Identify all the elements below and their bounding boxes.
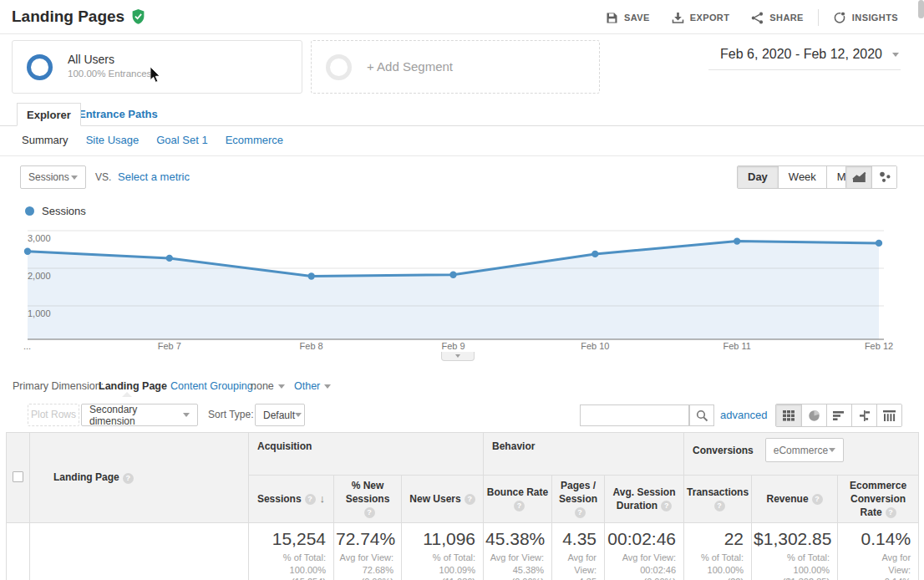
- chart-legend: Sessions: [25, 205, 86, 217]
- column-header-new-sessions[interactable]: % New Sessions?: [334, 476, 402, 523]
- other-dimension-dropdown[interactable]: Other: [294, 380, 331, 392]
- header-actions: SAVE EXPORT SHARE INSIGHTS: [595, 9, 909, 26]
- date-range-selector[interactable]: Feb 6, 2020 - Feb 12, 2020: [708, 43, 901, 70]
- vs-label: vs.: [95, 171, 111, 183]
- insights-button[interactable]: INSIGHTS: [822, 9, 909, 26]
- help-icon[interactable]: ?: [661, 501, 672, 511]
- data-point[interactable]: [876, 240, 882, 247]
- sort-desc-icon[interactable]: ↓: [320, 492, 326, 505]
- landing-page-column-header[interactable]: Landing Page?: [30, 433, 249, 523]
- verified-shield-icon: [131, 9, 145, 24]
- legend-label: Sessions: [42, 205, 86, 217]
- search-input[interactable]: [580, 404, 689, 426]
- granularity-week[interactable]: Week: [778, 166, 826, 188]
- actions-divider: [818, 9, 819, 26]
- column-header-ecommerce-rate[interactable]: Ecommerce Conversion Rate?: [838, 476, 919, 523]
- x-axis-label: ...: [23, 341, 48, 351]
- data-point[interactable]: [166, 255, 173, 262]
- primary-dimension-landing-page[interactable]: Landing Page: [99, 380, 167, 392]
- column-header-revenue[interactable]: Revenue?: [752, 476, 838, 523]
- column-header-sessions[interactable]: Sessions?↓: [249, 476, 334, 523]
- vertical-scrollbar[interactable]: [918, 0, 924, 18]
- total-bounce-rate: 45.38%Avg for View: 45.38% (0.00%): [484, 523, 552, 580]
- data-point[interactable]: [24, 248, 31, 255]
- help-icon[interactable]: ?: [575, 507, 586, 518]
- help-icon[interactable]: ?: [714, 501, 725, 511]
- help-icon[interactable]: ?: [465, 494, 475, 505]
- insights-label: INSIGHTS: [852, 13, 898, 23]
- comparison-view-button[interactable]: [851, 404, 876, 426]
- advanced-search-link[interactable]: advanced: [720, 409, 767, 421]
- share-label: SHARE: [769, 13, 804, 23]
- export-icon: [672, 12, 684, 24]
- total-revenue: $1,302.85% of Total: 100.00% ($1,302.85): [752, 523, 838, 580]
- x-axis-label: Feb 10: [561, 341, 628, 351]
- data-point[interactable]: [591, 251, 598, 257]
- subtab-goal-set-1[interactable]: Goal Set 1: [156, 134, 207, 146]
- help-icon[interactable]: ?: [305, 494, 316, 505]
- help-icon[interactable]: ?: [514, 501, 525, 511]
- help-icon[interactable]: ?: [812, 494, 823, 505]
- total-transactions: 22% of Total: 100.00% (22): [684, 523, 752, 580]
- column-header-new-users[interactable]: New Users?: [402, 476, 484, 523]
- save-button[interactable]: SAVE: [595, 9, 661, 26]
- total-new-sessions: 72.74%Avg for View: 72.68% (0.09%): [334, 523, 402, 580]
- add-segment-button[interactable]: + Add Segment: [311, 40, 600, 94]
- data-point[interactable]: [734, 237, 740, 244]
- date-range-text: Feb 6, 2020 - Feb 12, 2020: [720, 47, 882, 62]
- conversions-goal-dropdown[interactable]: eCommerce: [765, 438, 844, 462]
- subtab-site-usage[interactable]: Site Usage: [86, 134, 140, 146]
- help-icon[interactable]: ?: [364, 507, 375, 518]
- page-title-text: Landing Pages: [12, 8, 124, 26]
- chevron-down-icon: [455, 354, 460, 358]
- data-view-button[interactable]: [776, 404, 801, 426]
- data-point[interactable]: [308, 272, 315, 279]
- share-button[interactable]: SHARE: [740, 9, 815, 26]
- collapse-chart-handle[interactable]: [441, 352, 475, 361]
- percentage-view-button[interactable]: [801, 404, 826, 426]
- help-icon[interactable]: ?: [123, 473, 134, 484]
- chevron-down-icon: [278, 384, 285, 389]
- subtab-summary[interactable]: Summary: [22, 134, 69, 146]
- plot-rows-button[interactable]: Plot Rows: [28, 404, 79, 426]
- tab-explorer[interactable]: Explorer: [17, 103, 81, 126]
- select-metric-link[interactable]: Select a metric: [118, 170, 190, 183]
- total-session-duration: 00:02:46Avg for View: 00:02:46 (0.00%): [605, 523, 684, 580]
- x-axis-label: Feb 7: [136, 341, 203, 351]
- landing-page-header-label: Landing Page: [53, 471, 119, 483]
- secondary-dimension-dropdown[interactable]: Secondary dimension: [81, 404, 198, 426]
- sessions-timeseries-chart: ...Feb 7Feb 8Feb 9Feb 10Feb 11Feb 12 1,0…: [0, 219, 924, 363]
- column-header-bounce-rate[interactable]: Bounce Rate?: [484, 476, 552, 523]
- scatter-chart-view-button[interactable]: [871, 166, 896, 188]
- x-axis-label: Feb 9: [420, 341, 487, 351]
- subtabs-divider: [0, 155, 924, 156]
- tab-entrance-paths[interactable]: Entrance Paths: [79, 108, 158, 120]
- select-all-checkbox[interactable]: [13, 471, 23, 482]
- content-grouping-value-dropdown[interactable]: none: [251, 380, 285, 392]
- metric-dropdown-value: Sessions: [28, 171, 69, 183]
- column-header-transactions[interactable]: Transactions?: [684, 476, 752, 523]
- y-axis-tick-label: 1,000: [28, 308, 51, 318]
- chevron-down-icon: [71, 176, 78, 180]
- granularity-day[interactable]: Day: [738, 166, 778, 188]
- data-point[interactable]: [449, 272, 456, 278]
- search-button[interactable]: [689, 404, 714, 426]
- sort-type-dropdown[interactable]: Default: [255, 404, 305, 426]
- line-chart-view-button[interactable]: [846, 166, 871, 188]
- metric-dropdown[interactable]: Sessions: [20, 165, 86, 189]
- content-grouping-link[interactable]: Content Grouping:: [170, 380, 256, 392]
- column-header-pages-session[interactable]: Pages / Session?: [552, 476, 605, 523]
- performance-view-button[interactable]: [826, 404, 851, 426]
- export-button[interactable]: EXPORT: [661, 9, 741, 26]
- help-icon[interactable]: ?: [886, 507, 896, 518]
- total-pages-session: 4.35Avg for View: 4.35 (0.00%): [552, 523, 605, 580]
- total-new-users: 11,096% of Total: 100.09% (11,086): [402, 523, 484, 580]
- pivot-view-button[interactable]: [876, 404, 901, 426]
- save-label: SAVE: [624, 13, 650, 23]
- pivot-table-icon: [883, 410, 896, 421]
- content-grouping-value: none: [251, 380, 274, 392]
- x-axis-label: Feb 8: [278, 341, 345, 351]
- table-grid-icon: [783, 410, 795, 421]
- subtab-ecommerce[interactable]: Ecommerce: [226, 134, 283, 146]
- column-header-session-duration[interactable]: Avg. Session Duration?: [605, 476, 684, 523]
